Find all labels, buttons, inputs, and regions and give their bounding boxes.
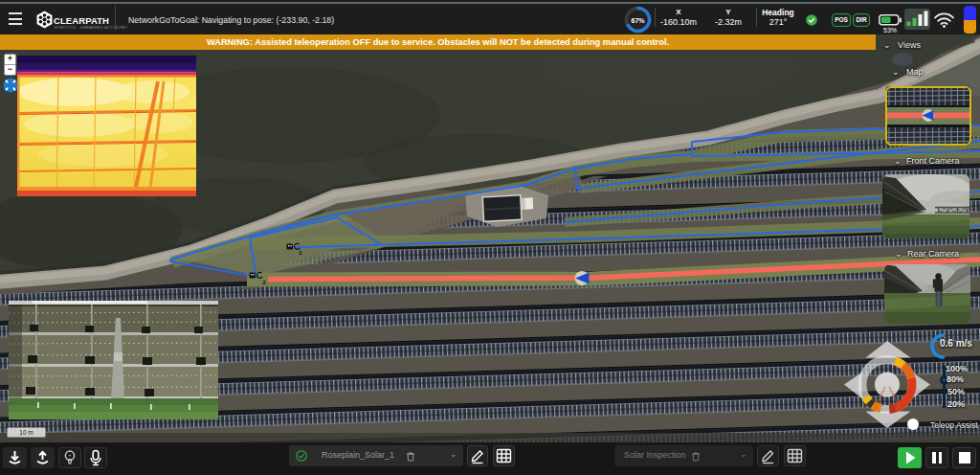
- svg-text:67%: 67%: [631, 17, 645, 24]
